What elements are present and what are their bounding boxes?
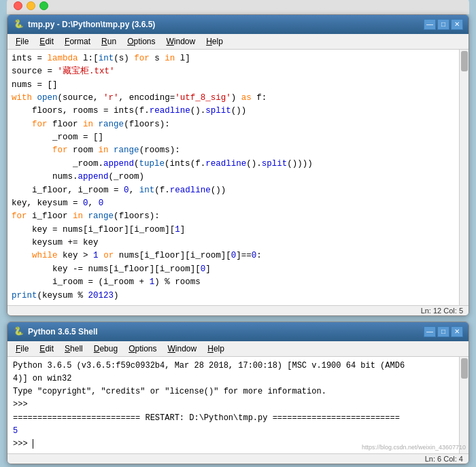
shell-status-text: Ln: 6 Col: 4 (425, 455, 463, 463)
menu-window[interactable]: Window (161, 35, 201, 48)
shell-output-text: Python 3.6.5 (v3.6.5:f59c0932b4, Mar 28 … (13, 360, 463, 451)
editor-status-text: Ln: 12 Col: 5 (421, 307, 463, 315)
shell-scrollbar[interactable] (459, 357, 469, 453)
shell-menu-shell[interactable]: Shell (59, 343, 88, 355)
editor-title: tmp.py - D:\Python\tmp.py (3.6.5) (28, 20, 424, 29)
shell-menu-help[interactable]: Help (202, 343, 230, 355)
shell-statusbar: Ln: 6 Col: 4 (7, 453, 469, 464)
editor-code-area[interactable]: ints = lambda l:[int(s) for s in l] sour… (7, 50, 469, 305)
editor-code: ints = lambda l:[int(s) for s in l] sour… (12, 52, 464, 302)
editor-scrollbar[interactable] (459, 50, 469, 305)
editor-titlebar: 🐍 tmp.py - D:\Python\tmp.py (3.6.5) — □ … (7, 15, 469, 34)
traffic-light-bar (7, 0, 469, 14)
shell-menu-options[interactable]: Options (123, 343, 162, 355)
shell-maximize-button[interactable]: □ (437, 326, 449, 337)
editor-icon: 🐍 (13, 19, 24, 30)
menu-options[interactable]: Options (122, 35, 160, 48)
shell-menu-file[interactable]: File (10, 343, 34, 355)
editor-close-button[interactable]: ✕ (451, 19, 463, 30)
editor-controls: — □ ✕ (424, 19, 463, 30)
editor-window: 🐍 tmp.py - D:\Python\tmp.py (3.6.5) — □ … (7, 14, 469, 316)
shell-minimize-button[interactable]: — (424, 326, 436, 337)
shell-controls: — □ ✕ (424, 326, 463, 337)
shell-close-button[interactable]: ✕ (451, 326, 463, 337)
shell-title: Python 3.6.5 Shell (28, 327, 424, 336)
traffic-light-yellow[interactable] (27, 1, 35, 10)
editor-statusbar: Ln: 12 Col: 5 (7, 305, 469, 315)
menu-run[interactable]: Run (96, 35, 122, 48)
editor-scrollbar-thumb[interactable] (461, 51, 468, 71)
editor-minimize-button[interactable]: — (424, 19, 436, 30)
traffic-light-green[interactable] (39, 1, 48, 10)
editor-menubar: File Edit Format Run Options Window Help (7, 34, 469, 50)
shell-menu-edit[interactable]: Edit (34, 343, 59, 355)
shell-icon: 🐍 (13, 326, 24, 337)
watermark-text: https://blog.csdn.net/weixin_43607710 (362, 443, 466, 452)
menu-format[interactable]: Format (59, 35, 96, 48)
editor-maximize-button[interactable]: □ (437, 19, 449, 30)
menu-file[interactable]: File (10, 35, 34, 48)
shell-menu-window[interactable]: Window (163, 343, 203, 355)
shell-window: 🐍 Python 3.6.5 Shell — □ ✕ File Edit She… (7, 322, 469, 464)
shell-menubar: File Edit Shell Debug Options Window Hel… (7, 341, 469, 357)
traffic-light-red[interactable] (14, 1, 22, 10)
menu-edit[interactable]: Edit (34, 35, 59, 48)
shell-output-area[interactable]: Python 3.6.5 (v3.6.5:f59c0932b4, Mar 28 … (7, 357, 469, 453)
shell-titlebar: 🐍 Python 3.6.5 Shell — □ ✕ (7, 322, 469, 341)
menu-help[interactable]: Help (201, 35, 228, 48)
shell-scrollbar-thumb[interactable] (461, 358, 468, 379)
shell-menu-debug[interactable]: Debug (88, 343, 123, 355)
